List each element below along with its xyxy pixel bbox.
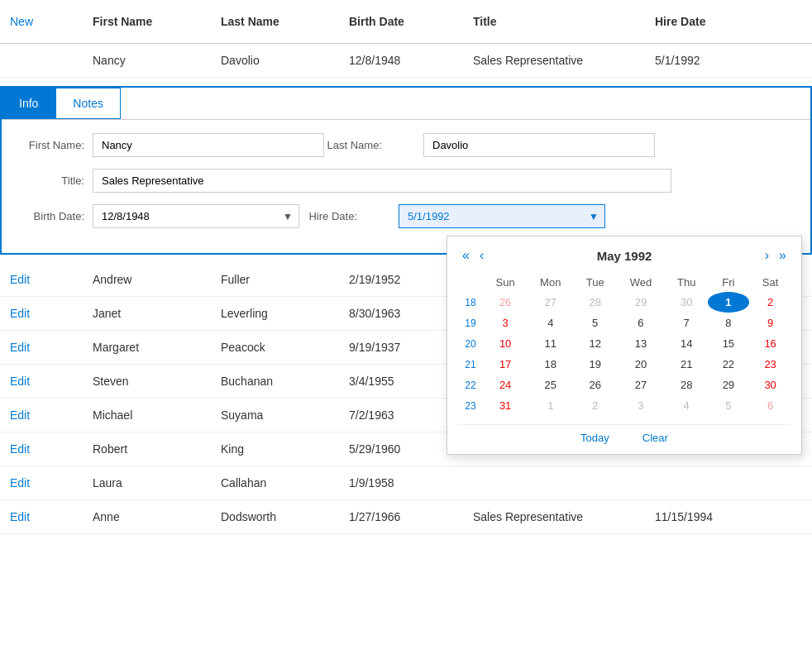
tab-info[interactable]: Info xyxy=(2,88,55,119)
cal-day-3-2[interactable]: 19 xyxy=(574,354,616,375)
cal-day-1-6[interactable]: 9 xyxy=(749,313,791,333)
hiredate-input[interactable] xyxy=(399,204,605,228)
cal-day-3-6[interactable]: 23 xyxy=(749,354,791,375)
birthdate-wrapper: ▼ xyxy=(93,204,299,228)
selected-row-hiredate: 5/1/1992 xyxy=(645,44,812,77)
row-firstname: Michael xyxy=(83,399,211,432)
cal-day-4-4[interactable]: 28 xyxy=(666,375,708,395)
row-lastname: Buchanan xyxy=(211,365,339,398)
cal-day-2-2[interactable]: 12 xyxy=(574,333,616,354)
cal-day-4-5[interactable]: 29 xyxy=(708,375,750,395)
cal-day-5-6[interactable]: 6 xyxy=(749,395,791,416)
row-birthdate: 7/2/1963 xyxy=(339,399,463,432)
cal-day-0-4[interactable]: 30 xyxy=(666,292,708,313)
cal-nav-left: « ‹ xyxy=(457,246,489,265)
cal-prev-month-button[interactable]: ‹ xyxy=(475,246,489,265)
cal-day-1-5[interactable]: 8 xyxy=(708,313,750,333)
cal-day-0-3[interactable]: 29 xyxy=(616,292,666,313)
cal-day-1-0[interactable]: 3 xyxy=(484,313,527,333)
hiredate-wrapper: ▼ xyxy=(399,204,605,228)
edit-button[interactable]: Edit xyxy=(0,263,83,296)
row-lastname: Suyama xyxy=(211,399,339,432)
edit-button[interactable]: Edit xyxy=(0,331,83,364)
edit-button[interactable]: Edit xyxy=(0,399,83,432)
edit-button[interactable]: Edit xyxy=(0,500,83,533)
tab-notes[interactable]: Notes xyxy=(55,88,121,119)
row-title xyxy=(463,466,645,499)
cal-day-0-0[interactable]: 26 xyxy=(484,292,527,313)
tab-bar: Info Notes xyxy=(2,88,810,120)
selected-row-lastname: Davolio xyxy=(211,44,339,77)
edit-button[interactable]: Edit xyxy=(0,466,83,499)
row-lastname: Callahan xyxy=(211,466,339,499)
cal-day-1-2[interactable]: 5 xyxy=(574,313,616,333)
firstname-input[interactable] xyxy=(93,133,324,157)
cal-day-3-1[interactable]: 18 xyxy=(527,354,574,375)
row-birthdate: 3/4/1955 xyxy=(339,365,463,398)
cal-day-2-1[interactable]: 11 xyxy=(527,333,574,354)
edit-button[interactable]: Edit xyxy=(0,297,83,330)
cal-next-month-button[interactable]: › xyxy=(760,246,774,265)
cal-day-2-4[interactable]: 14 xyxy=(666,333,708,354)
grid-header: New First Name Last Name Birth Date Titl… xyxy=(0,0,812,44)
edit-button[interactable]: Edit xyxy=(0,432,83,466)
calendar-grid: Sun Mon Tue Wed Thu Fri Sat 182627282930… xyxy=(457,273,791,416)
cal-day-1-1[interactable]: 4 xyxy=(527,313,574,333)
hiredate-label: Hire Date: xyxy=(299,210,365,222)
cal-day-5-1[interactable]: 1 xyxy=(527,395,574,416)
calendar-clear-button[interactable]: Clear xyxy=(642,432,668,444)
cal-day-0-5[interactable]: 1 xyxy=(708,292,750,313)
cal-day-5-0[interactable]: 31 xyxy=(484,395,527,416)
cal-day-5-4[interactable]: 4 xyxy=(666,395,708,416)
selected-row-firstname: Nancy xyxy=(83,44,211,77)
cal-weeknum-0: 18 xyxy=(457,292,484,313)
row-title: Sales Representative xyxy=(463,500,645,533)
cal-day-5-2[interactable]: 2 xyxy=(574,395,616,416)
row-birthdate: 2/19/1952 xyxy=(339,263,463,296)
cal-day-3-3[interactable]: 20 xyxy=(616,354,666,375)
cal-nav-right: › » xyxy=(760,246,791,265)
title-label: Title: xyxy=(18,174,93,187)
cal-day-4-0[interactable]: 24 xyxy=(484,375,527,395)
calendar-title: May 1992 xyxy=(597,249,652,263)
cal-prev-year-button[interactable]: « xyxy=(457,246,475,265)
row-firstname: Andrew xyxy=(83,263,211,296)
cal-day-0-6[interactable]: 2 xyxy=(749,292,791,313)
edit-button[interactable]: Edit xyxy=(0,365,83,398)
cal-day-1-4[interactable]: 7 xyxy=(666,313,708,333)
cal-next-year-button[interactable]: » xyxy=(774,246,791,265)
row-birthdate: 1/9/1958 xyxy=(339,466,463,499)
selected-row-edit xyxy=(0,44,83,77)
row-birthdate: 8/30/1963 xyxy=(339,297,463,330)
new-button[interactable]: New xyxy=(0,0,83,43)
form-row-name: First Name: Last Name: xyxy=(18,133,794,157)
title-input[interactable] xyxy=(93,169,671,193)
calendar-popup: « ‹ May 1992 › » Sun Mon Tue Wed Thu Fri… xyxy=(447,236,802,455)
cal-day-3-4[interactable]: 21 xyxy=(666,354,708,375)
cal-day-4-1[interactable]: 25 xyxy=(527,375,574,395)
cal-day-5-3[interactable]: 3 xyxy=(616,395,666,416)
calendar-today-button[interactable]: Today xyxy=(580,432,609,444)
col-header-title: Title xyxy=(463,0,645,43)
cal-day-4-2[interactable]: 26 xyxy=(574,375,616,395)
row-firstname: Laura xyxy=(83,466,211,499)
cal-day-3-5[interactable]: 22 xyxy=(708,354,750,375)
row-birthdate: 1/27/1966 xyxy=(339,500,463,533)
cal-day-4-3[interactable]: 27 xyxy=(616,375,666,395)
cal-day-2-6[interactable]: 16 xyxy=(749,333,791,354)
birthdate-input[interactable] xyxy=(93,204,299,228)
cal-day-0-1[interactable]: 27 xyxy=(527,292,574,313)
lastname-input[interactable] xyxy=(423,133,655,157)
cal-day-2-5[interactable]: 15 xyxy=(708,333,750,354)
col-header-birthdate: Birth Date xyxy=(339,0,463,43)
cal-day-0-2[interactable]: 28 xyxy=(574,292,616,313)
cal-day-3-0[interactable]: 17 xyxy=(484,354,527,375)
cal-day-4-6[interactable]: 30 xyxy=(749,375,791,395)
form-body: First Name: Last Name: Title: Birth Date… xyxy=(2,120,810,253)
cal-day-1-3[interactable]: 6 xyxy=(616,313,666,333)
row-lastname: Leverling xyxy=(211,297,339,330)
cal-day-2-3[interactable]: 13 xyxy=(616,333,666,354)
cal-day-2-0[interactable]: 10 xyxy=(484,333,527,354)
cal-weeknum-4: 22 xyxy=(457,375,484,395)
cal-day-5-5[interactable]: 5 xyxy=(708,395,750,416)
